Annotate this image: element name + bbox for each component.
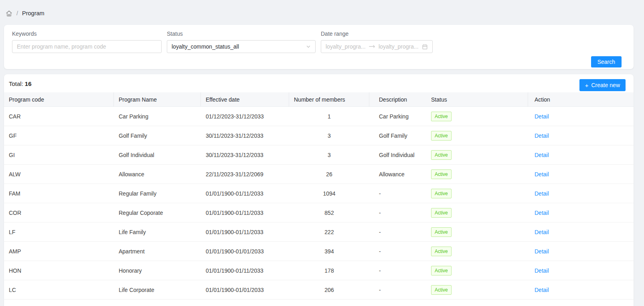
detail-link[interactable]: Detail — [535, 287, 549, 293]
search-button[interactable]: Search — [591, 56, 622, 67]
cell-effective-date: 30/11/2023-31/12/2033 — [201, 145, 289, 164]
cell-status: Active — [426, 222, 528, 241]
status-badge: Active — [431, 189, 452, 198]
detail-link[interactable]: Detail — [535, 113, 549, 120]
cell-status: Active — [426, 145, 528, 164]
cell-member-count: 178 — [289, 261, 369, 280]
cell-status: Active — [426, 165, 528, 184]
cell-program-name: Golf Family — [114, 126, 201, 145]
cell-program-code: COR — [4, 203, 114, 222]
cell-effective-date: 01/01/1900-01/11/2033 — [201, 222, 289, 241]
breadcrumb-current: Program — [22, 10, 45, 16]
swap-right-icon — [369, 45, 375, 49]
cell-status: Active — [426, 280, 528, 299]
cell-effective-date: 01/01/1900-01/01/2033 — [201, 242, 289, 261]
create-new-label: Create new — [591, 82, 620, 88]
cell-action: Detail — [528, 184, 634, 203]
detail-link[interactable]: Detail — [535, 133, 549, 139]
table-row: GF Golf Family 30/11/2023-31/12/2033 3 G… — [4, 126, 634, 145]
total-label: Total: — [9, 80, 23, 87]
cell-action: Detail — [528, 165, 634, 184]
detail-link[interactable]: Detail — [535, 190, 549, 197]
detail-link[interactable]: Detail — [535, 267, 549, 274]
calendar-icon — [422, 44, 428, 50]
cell-status: Active — [426, 242, 528, 261]
cell-description: Allowance — [369, 165, 426, 184]
total-value: 16 — [25, 80, 32, 87]
cell-program-name: Car Parking — [114, 107, 201, 126]
cell-program-code: HON — [4, 261, 114, 280]
cell-program-name: Allowance — [114, 165, 201, 184]
breadcrumb: / Program — [0, 0, 644, 18]
cell-member-count: 3 — [289, 126, 369, 145]
cell-effective-date: 01/12/2023-31/12/2033 — [201, 107, 289, 126]
date-range-end-input[interactable]: loyalty_progra... — [379, 43, 419, 50]
keywords-input[interactable] — [12, 40, 162, 53]
column-header-status: Status — [426, 92, 528, 106]
cell-program-code: GF — [4, 126, 114, 145]
chevron-down-icon — [306, 44, 311, 49]
cell-member-count: 26 — [289, 165, 369, 184]
detail-link[interactable]: Detail — [535, 171, 549, 177]
cell-effective-date: 22/11/2023-31/12/2069 — [201, 165, 289, 184]
cell-program-code: ALW — [4, 165, 114, 184]
cell-description: - — [369, 261, 426, 280]
column-header-number-of-members: Number of members — [289, 92, 369, 106]
detail-link[interactable]: Detail — [535, 152, 549, 158]
detail-link[interactable]: Detail — [535, 210, 549, 216]
status-badge: Active — [431, 112, 452, 121]
cell-member-count: 222 — [289, 222, 369, 241]
cell-action: Detail — [528, 203, 634, 222]
status-select[interactable]: loyalty_common_status_all — [167, 40, 316, 53]
cell-effective-date: 01/01/1900-01/01/2033 — [201, 280, 289, 299]
cell-program-code: GI — [4, 145, 114, 164]
column-header-program-name: Program Name — [114, 92, 201, 106]
date-range-filter: Date range loyalty_progra... loyalty_pro… — [321, 31, 433, 53]
cell-status: Active — [426, 107, 528, 126]
cell-member-count: 3 — [289, 145, 369, 164]
cell-member-count: 852 — [289, 203, 369, 222]
status-badge: Active — [431, 169, 452, 179]
table-row: COR Regular Coporate 01/01/1900-01/11/20… — [4, 203, 634, 222]
cell-description: - — [369, 203, 426, 222]
cell-description: - — [369, 242, 426, 261]
status-badge: Active — [431, 227, 452, 237]
table-body: CAR Car Parking 01/12/2023-31/12/2033 1 … — [4, 107, 634, 300]
cell-action: Detail — [528, 280, 634, 299]
cell-status: Active — [426, 126, 528, 145]
cell-status: Active — [426, 261, 528, 280]
status-badge: Active — [431, 247, 452, 256]
status-label: Status — [167, 31, 316, 37]
status-badge: Active — [431, 131, 452, 141]
plus-icon: + — [585, 82, 589, 88]
breadcrumb-separator: / — [16, 10, 18, 16]
cell-program-name: Regular Family — [114, 184, 201, 203]
cell-action: Detail — [528, 222, 634, 241]
keywords-label: Keywords — [12, 31, 162, 37]
cell-action: Detail — [528, 107, 634, 126]
program-table: Program code Program Name Effective date… — [4, 92, 634, 300]
date-range-start-input[interactable]: loyalty_progra... — [326, 43, 366, 50]
cell-program-code: FAM — [4, 184, 114, 203]
home-icon[interactable] — [6, 10, 12, 17]
table-row: LC Life Corporate 01/01/1900-01/01/2033 … — [4, 280, 634, 300]
cell-member-count: 1 — [289, 107, 369, 126]
status-badge: Active — [431, 266, 452, 275]
column-header-action: Action — [528, 92, 634, 106]
table-row: FAM Regular Family 01/01/1900-01/11/2033… — [4, 184, 634, 203]
cell-program-code: LF — [4, 222, 114, 241]
keywords-filter: Keywords — [12, 31, 162, 53]
status-badge: Active — [431, 208, 452, 218]
table-row: ALW Allowance 22/11/2023-31/12/2069 26 A… — [4, 165, 634, 184]
cell-action: Detail — [528, 242, 634, 261]
table-row: GI Golf Individual 30/11/2023-31/12/2033… — [4, 145, 634, 165]
detail-link[interactable]: Detail — [535, 248, 549, 255]
create-new-button[interactable]: + Create new — [579, 79, 626, 91]
cell-program-code: AMP — [4, 242, 114, 261]
date-range-label: Date range — [321, 31, 433, 37]
detail-link[interactable]: Detail — [535, 229, 549, 235]
cell-description: - — [369, 280, 426, 299]
date-range-picker[interactable]: loyalty_progra... loyalty_progra... — [321, 40, 433, 53]
filter-panel: Keywords Status loyalty_common_status_al… — [4, 25, 634, 69]
cell-member-count: 394 — [289, 242, 369, 261]
